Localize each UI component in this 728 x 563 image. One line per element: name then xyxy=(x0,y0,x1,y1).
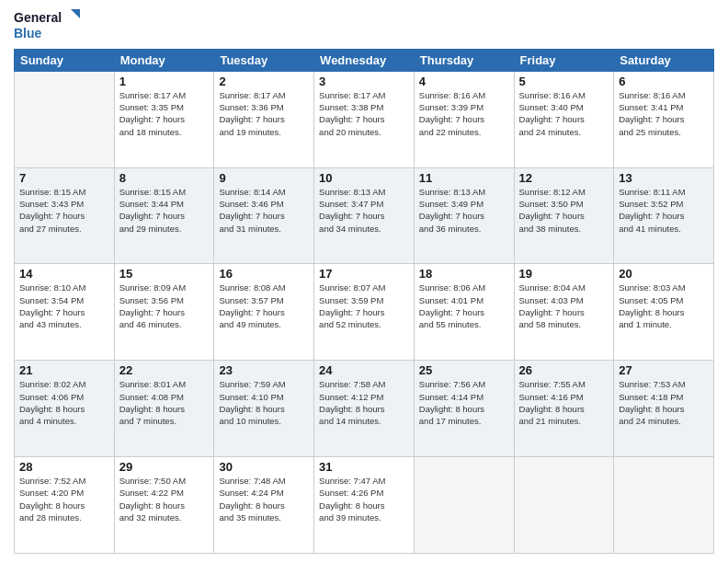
day-number: 1 xyxy=(119,75,210,88)
col-header-saturday: Saturday xyxy=(614,49,714,71)
day-info: Sunrise: 8:15 AM Sunset: 3:44 PM Dayligh… xyxy=(119,186,210,235)
day-number: 31 xyxy=(319,460,409,474)
day-number: 17 xyxy=(319,267,409,281)
day-number: 16 xyxy=(219,267,309,281)
header: General Blue xyxy=(14,9,714,41)
day-info: Sunrise: 8:16 AM Sunset: 3:41 PM Dayligh… xyxy=(619,89,709,138)
day-cell: 24Sunrise: 7:58 AM Sunset: 4:12 PM Dayli… xyxy=(314,361,415,457)
day-info: Sunrise: 8:16 AM Sunset: 3:39 PM Dayligh… xyxy=(419,89,509,138)
day-number: 24 xyxy=(319,363,409,377)
day-cell: 4Sunrise: 8:16 AM Sunset: 3:39 PM Daylig… xyxy=(414,71,514,167)
day-number: 5 xyxy=(519,75,609,88)
day-info: Sunrise: 7:58 AM Sunset: 4:12 PM Dayligh… xyxy=(319,378,409,427)
logo-text: General Blue xyxy=(14,9,80,41)
day-cell: 25Sunrise: 7:56 AM Sunset: 4:14 PM Dayli… xyxy=(414,361,514,457)
logo-blue: Blue xyxy=(14,26,80,41)
day-info: Sunrise: 8:13 AM Sunset: 3:49 PM Dayligh… xyxy=(419,186,509,235)
day-info: Sunrise: 7:59 AM Sunset: 4:10 PM Dayligh… xyxy=(219,378,309,427)
day-number: 9 xyxy=(219,171,309,185)
day-number: 11 xyxy=(419,171,509,185)
day-info: Sunrise: 8:17 AM Sunset: 3:38 PM Dayligh… xyxy=(319,89,409,138)
day-cell: 13Sunrise: 8:11 AM Sunset: 3:52 PM Dayli… xyxy=(614,167,714,264)
day-number: 7 xyxy=(19,171,109,185)
svg-marker-0 xyxy=(71,9,80,18)
day-number: 4 xyxy=(419,75,509,88)
day-cell xyxy=(514,457,614,554)
day-number: 10 xyxy=(319,171,409,185)
day-cell: 28Sunrise: 7:52 AM Sunset: 4:20 PM Dayli… xyxy=(15,457,115,554)
day-cell: 7Sunrise: 8:15 AM Sunset: 3:43 PM Daylig… xyxy=(15,167,115,264)
day-info: Sunrise: 8:17 AM Sunset: 3:35 PM Dayligh… xyxy=(119,89,210,138)
day-cell: 27Sunrise: 7:53 AM Sunset: 4:18 PM Dayli… xyxy=(614,361,714,457)
col-header-sunday: Sunday xyxy=(15,49,115,71)
day-cell: 9Sunrise: 8:14 AM Sunset: 3:46 PM Daylig… xyxy=(214,167,314,264)
day-info: Sunrise: 7:48 AM Sunset: 4:24 PM Dayligh… xyxy=(219,475,309,523)
day-cell: 6Sunrise: 8:16 AM Sunset: 3:41 PM Daylig… xyxy=(614,71,714,167)
week-row-2: 7Sunrise: 8:15 AM Sunset: 3:43 PM Daylig… xyxy=(15,167,714,264)
day-info: Sunrise: 8:07 AM Sunset: 3:59 PM Dayligh… xyxy=(319,282,409,330)
day-info: Sunrise: 8:14 AM Sunset: 3:46 PM Dayligh… xyxy=(219,186,309,235)
day-cell: 3Sunrise: 8:17 AM Sunset: 3:38 PM Daylig… xyxy=(314,71,415,167)
day-cell: 22Sunrise: 8:01 AM Sunset: 4:08 PM Dayli… xyxy=(114,361,214,457)
day-info: Sunrise: 8:08 AM Sunset: 3:57 PM Dayligh… xyxy=(219,282,309,330)
day-cell: 26Sunrise: 7:55 AM Sunset: 4:16 PM Dayli… xyxy=(514,361,614,457)
day-number: 12 xyxy=(519,171,609,185)
day-info: Sunrise: 8:04 AM Sunset: 4:03 PM Dayligh… xyxy=(519,282,609,330)
day-cell: 10Sunrise: 8:13 AM Sunset: 3:47 PM Dayli… xyxy=(314,167,415,264)
logo: General Blue xyxy=(14,9,80,41)
week-row-5: 28Sunrise: 7:52 AM Sunset: 4:20 PM Dayli… xyxy=(15,457,714,554)
day-cell: 20Sunrise: 8:03 AM Sunset: 4:05 PM Dayli… xyxy=(614,264,714,361)
day-number: 27 xyxy=(619,363,709,377)
day-cell: 30Sunrise: 7:48 AM Sunset: 4:24 PM Dayli… xyxy=(214,457,314,554)
day-info: Sunrise: 7:52 AM Sunset: 4:20 PM Dayligh… xyxy=(19,475,109,523)
day-cell: 18Sunrise: 8:06 AM Sunset: 4:01 PM Dayli… xyxy=(414,264,514,361)
day-info: Sunrise: 8:13 AM Sunset: 3:47 PM Dayligh… xyxy=(319,186,409,235)
day-number: 14 xyxy=(19,267,109,281)
day-info: Sunrise: 8:16 AM Sunset: 3:40 PM Dayligh… xyxy=(519,89,609,138)
day-info: Sunrise: 8:15 AM Sunset: 3:43 PM Dayligh… xyxy=(19,186,109,235)
day-cell: 23Sunrise: 7:59 AM Sunset: 4:10 PM Dayli… xyxy=(214,361,314,457)
day-cell: 19Sunrise: 8:04 AM Sunset: 4:03 PM Dayli… xyxy=(514,264,614,361)
day-cell: 16Sunrise: 8:08 AM Sunset: 3:57 PM Dayli… xyxy=(214,264,314,361)
day-cell: 8Sunrise: 8:15 AM Sunset: 3:44 PM Daylig… xyxy=(114,167,214,264)
week-row-1: 1Sunrise: 8:17 AM Sunset: 3:35 PM Daylig… xyxy=(15,71,714,167)
day-number: 25 xyxy=(419,363,509,377)
day-cell: 11Sunrise: 8:13 AM Sunset: 3:49 PM Dayli… xyxy=(414,167,514,264)
day-info: Sunrise: 8:01 AM Sunset: 4:08 PM Dayligh… xyxy=(119,378,210,427)
day-number: 3 xyxy=(319,75,409,88)
day-info: Sunrise: 8:06 AM Sunset: 4:01 PM Dayligh… xyxy=(419,282,509,330)
day-info: Sunrise: 7:56 AM Sunset: 4:14 PM Dayligh… xyxy=(419,378,509,427)
day-cell: 31Sunrise: 7:47 AM Sunset: 4:26 PM Dayli… xyxy=(314,457,415,554)
day-number: 2 xyxy=(219,75,309,88)
day-info: Sunrise: 7:47 AM Sunset: 4:26 PM Dayligh… xyxy=(319,475,409,523)
week-row-4: 21Sunrise: 8:02 AM Sunset: 4:06 PM Dayli… xyxy=(15,361,714,457)
day-info: Sunrise: 8:02 AM Sunset: 4:06 PM Dayligh… xyxy=(19,378,109,427)
day-cell: 12Sunrise: 8:12 AM Sunset: 3:50 PM Dayli… xyxy=(514,167,614,264)
day-number: 18 xyxy=(419,267,509,281)
day-number: 21 xyxy=(19,363,109,377)
day-number: 29 xyxy=(119,460,210,474)
col-header-friday: Friday xyxy=(514,49,614,71)
day-cell: 21Sunrise: 8:02 AM Sunset: 4:06 PM Dayli… xyxy=(15,361,115,457)
day-cell: 17Sunrise: 8:07 AM Sunset: 3:59 PM Dayli… xyxy=(314,264,415,361)
day-cell xyxy=(414,457,514,554)
calendar-table: SundayMondayTuesdayWednesdayThursdayFrid… xyxy=(14,49,714,554)
day-cell: 2Sunrise: 8:17 AM Sunset: 3:36 PM Daylig… xyxy=(214,71,314,167)
day-cell: 14Sunrise: 8:10 AM Sunset: 3:54 PM Dayli… xyxy=(15,264,115,361)
week-row-3: 14Sunrise: 8:10 AM Sunset: 3:54 PM Dayli… xyxy=(15,264,714,361)
day-number: 8 xyxy=(119,171,210,185)
col-header-wednesday: Wednesday xyxy=(314,49,415,71)
day-cell xyxy=(15,71,115,167)
logo-arrow-icon xyxy=(63,9,80,26)
day-info: Sunrise: 8:10 AM Sunset: 3:54 PM Dayligh… xyxy=(19,282,109,330)
logo-general: General xyxy=(14,10,62,26)
day-number: 13 xyxy=(619,171,709,185)
day-number: 28 xyxy=(19,460,109,474)
day-info: Sunrise: 8:11 AM Sunset: 3:52 PM Dayligh… xyxy=(619,186,709,235)
day-number: 6 xyxy=(619,75,709,88)
page: General Blue SundayMondayTuesdayWednesda… xyxy=(0,0,728,563)
day-number: 19 xyxy=(519,267,609,281)
day-cell: 29Sunrise: 7:50 AM Sunset: 4:22 PM Dayli… xyxy=(114,457,214,554)
day-info: Sunrise: 8:17 AM Sunset: 3:36 PM Dayligh… xyxy=(219,89,309,138)
day-number: 22 xyxy=(119,363,210,377)
